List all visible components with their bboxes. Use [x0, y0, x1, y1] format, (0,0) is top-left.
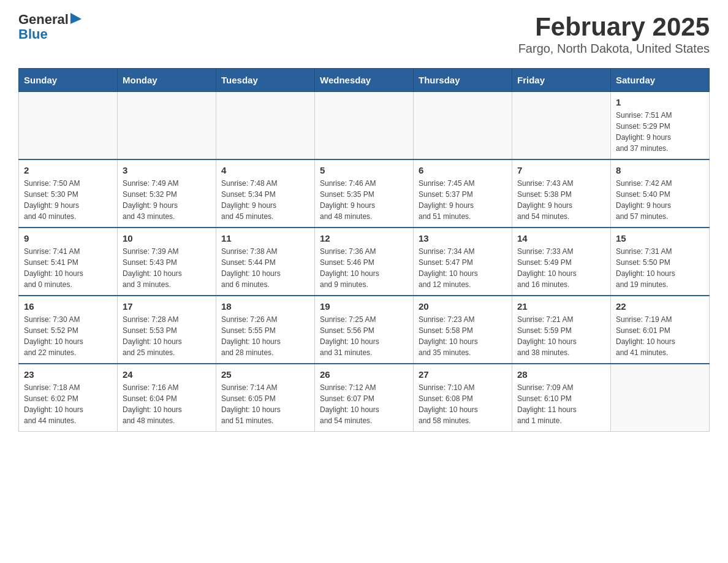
day-info: Sunrise: 7:31 AM Sunset: 5:50 PM Dayligh…: [616, 246, 704, 290]
page-title: February 2025: [518, 12, 710, 42]
calendar-day-cell: 12Sunrise: 7:36 AM Sunset: 5:46 PM Dayli…: [315, 228, 414, 296]
calendar-day-header: Monday: [118, 69, 216, 92]
calendar-day-cell: 8Sunrise: 7:42 AM Sunset: 5:40 PM Daylig…: [611, 159, 710, 228]
day-info: Sunrise: 7:34 AM Sunset: 5:47 PM Dayligh…: [419, 246, 507, 290]
day-info: Sunrise: 7:25 AM Sunset: 5:56 PM Dayligh…: [320, 314, 408, 358]
calendar-day-cell: 10Sunrise: 7:39 AM Sunset: 5:43 PM Dayli…: [118, 228, 216, 296]
day-number: 21: [517, 301, 605, 312]
calendar-week-row: 1Sunrise: 7:51 AM Sunset: 5:29 PM Daylig…: [19, 92, 710, 160]
calendar-week-row: 9Sunrise: 7:41 AM Sunset: 5:41 PM Daylig…: [19, 228, 710, 296]
calendar-day-cell: [315, 92, 414, 160]
day-info: Sunrise: 7:39 AM Sunset: 5:43 PM Dayligh…: [123, 246, 211, 290]
calendar-day-cell: 2Sunrise: 7:50 AM Sunset: 5:30 PM Daylig…: [19, 159, 118, 228]
calendar-day-cell: 23Sunrise: 7:18 AM Sunset: 6:02 PM Dayli…: [19, 364, 118, 432]
day-number: 27: [419, 369, 507, 380]
calendar-day-cell: 28Sunrise: 7:09 AM Sunset: 6:10 PM Dayli…: [512, 364, 611, 432]
day-number: 16: [24, 301, 112, 312]
logo: General Blue: [18, 12, 82, 42]
calendar-day-cell: 7Sunrise: 7:43 AM Sunset: 5:38 PM Daylig…: [512, 159, 611, 228]
calendar-day-header: Thursday: [414, 69, 512, 92]
day-number: 24: [123, 369, 211, 380]
day-number: 6: [419, 165, 507, 175]
calendar-day-cell: [512, 92, 611, 160]
day-info: Sunrise: 7:36 AM Sunset: 5:46 PM Dayligh…: [320, 246, 408, 290]
calendar-day-cell: [216, 92, 315, 160]
day-info: Sunrise: 7:51 AM Sunset: 5:29 PM Dayligh…: [616, 110, 704, 154]
day-info: Sunrise: 7:33 AM Sunset: 5:49 PM Dayligh…: [517, 246, 605, 290]
day-info: Sunrise: 7:41 AM Sunset: 5:41 PM Dayligh…: [24, 246, 112, 290]
calendar-day-cell: 14Sunrise: 7:33 AM Sunset: 5:49 PM Dayli…: [512, 228, 611, 296]
calendar-day-cell: 17Sunrise: 7:28 AM Sunset: 5:53 PM Dayli…: [118, 296, 216, 364]
day-info: Sunrise: 7:50 AM Sunset: 5:30 PM Dayligh…: [24, 178, 112, 222]
day-info: Sunrise: 7:28 AM Sunset: 5:53 PM Dayligh…: [123, 314, 211, 358]
logo-general-text: General: [18, 12, 69, 27]
day-info: Sunrise: 7:26 AM Sunset: 5:55 PM Dayligh…: [221, 314, 309, 358]
title-block: February 2025 Fargo, North Dakota, Unite…: [518, 12, 710, 56]
day-number: 22: [616, 301, 704, 312]
calendar-day-header: Friday: [512, 69, 611, 92]
day-info: Sunrise: 7:09 AM Sunset: 6:10 PM Dayligh…: [517, 382, 605, 426]
day-info: Sunrise: 7:42 AM Sunset: 5:40 PM Dayligh…: [616, 178, 704, 222]
calendar-week-row: 23Sunrise: 7:18 AM Sunset: 6:02 PM Dayli…: [19, 364, 710, 432]
calendar-day-cell: 11Sunrise: 7:38 AM Sunset: 5:44 PM Dayli…: [216, 228, 315, 296]
day-info: Sunrise: 7:18 AM Sunset: 6:02 PM Dayligh…: [24, 382, 112, 426]
day-number: 2: [24, 165, 112, 175]
day-info: Sunrise: 7:19 AM Sunset: 6:01 PM Dayligh…: [616, 314, 704, 358]
calendar-day-header: Wednesday: [315, 69, 414, 92]
logo-blue-text: Blue: [18, 27, 82, 42]
day-number: 4: [221, 165, 309, 175]
calendar-day-cell: 25Sunrise: 7:14 AM Sunset: 6:05 PM Dayli…: [216, 364, 315, 432]
day-number: 25: [221, 369, 309, 380]
calendar-day-cell: 3Sunrise: 7:49 AM Sunset: 5:32 PM Daylig…: [118, 159, 216, 228]
page-header: General Blue February 2025 Fargo, North …: [18, 12, 710, 56]
calendar-day-header: Saturday: [611, 69, 710, 92]
day-info: Sunrise: 7:48 AM Sunset: 5:34 PM Dayligh…: [221, 178, 309, 222]
day-number: 17: [123, 301, 211, 312]
day-info: Sunrise: 7:10 AM Sunset: 6:08 PM Dayligh…: [419, 382, 507, 426]
calendar-week-row: 2Sunrise: 7:50 AM Sunset: 5:30 PM Daylig…: [19, 159, 710, 228]
calendar-header-row: SundayMondayTuesdayWednesdayThursdayFrid…: [19, 69, 710, 92]
calendar-day-cell: 27Sunrise: 7:10 AM Sunset: 6:08 PM Dayli…: [414, 364, 512, 432]
calendar-day-cell: 6Sunrise: 7:45 AM Sunset: 5:37 PM Daylig…: [414, 159, 512, 228]
svg-marker-0: [70, 13, 82, 24]
calendar-day-cell: 22Sunrise: 7:19 AM Sunset: 6:01 PM Dayli…: [611, 296, 710, 364]
calendar-day-cell: 18Sunrise: 7:26 AM Sunset: 5:55 PM Dayli…: [216, 296, 315, 364]
day-info: Sunrise: 7:21 AM Sunset: 5:59 PM Dayligh…: [517, 314, 605, 358]
day-number: 10: [123, 233, 211, 243]
day-number: 3: [123, 165, 211, 175]
calendar-day-cell: 21Sunrise: 7:21 AM Sunset: 5:59 PM Dayli…: [512, 296, 611, 364]
day-number: 15: [616, 233, 704, 243]
calendar-day-cell: 1Sunrise: 7:51 AM Sunset: 5:29 PM Daylig…: [611, 92, 710, 160]
day-number: 23: [24, 369, 112, 380]
calendar-day-cell: 20Sunrise: 7:23 AM Sunset: 5:58 PM Dayli…: [414, 296, 512, 364]
calendar-day-header: Tuesday: [216, 69, 315, 92]
day-info: Sunrise: 7:43 AM Sunset: 5:38 PM Dayligh…: [517, 178, 605, 222]
calendar-day-cell: [118, 92, 216, 160]
calendar-week-row: 16Sunrise: 7:30 AM Sunset: 5:52 PM Dayli…: [19, 296, 710, 364]
day-number: 12: [320, 233, 408, 243]
calendar-table: SundayMondayTuesdayWednesdayThursdayFrid…: [18, 68, 710, 432]
day-info: Sunrise: 7:49 AM Sunset: 5:32 PM Dayligh…: [123, 178, 211, 222]
calendar-day-cell: 19Sunrise: 7:25 AM Sunset: 5:56 PM Dayli…: [315, 296, 414, 364]
calendar-day-header: Sunday: [19, 69, 118, 92]
calendar-day-cell: 24Sunrise: 7:16 AM Sunset: 6:04 PM Dayli…: [118, 364, 216, 432]
calendar-day-cell: 26Sunrise: 7:12 AM Sunset: 6:07 PM Dayli…: [315, 364, 414, 432]
day-number: 26: [320, 369, 408, 380]
day-info: Sunrise: 7:46 AM Sunset: 5:35 PM Dayligh…: [320, 178, 408, 222]
day-info: Sunrise: 7:12 AM Sunset: 6:07 PM Dayligh…: [320, 382, 408, 426]
calendar-day-cell: 16Sunrise: 7:30 AM Sunset: 5:52 PM Dayli…: [19, 296, 118, 364]
day-info: Sunrise: 7:38 AM Sunset: 5:44 PM Dayligh…: [221, 246, 309, 290]
calendar-day-cell: [414, 92, 512, 160]
day-number: 13: [419, 233, 507, 243]
day-info: Sunrise: 7:16 AM Sunset: 6:04 PM Dayligh…: [123, 382, 211, 426]
page-subtitle: Fargo, North Dakota, United States: [518, 42, 710, 56]
day-number: 1: [616, 97, 704, 107]
calendar-day-cell: [19, 92, 118, 160]
day-number: 14: [517, 233, 605, 243]
day-number: 8: [616, 165, 704, 175]
day-info: Sunrise: 7:23 AM Sunset: 5:58 PM Dayligh…: [419, 314, 507, 358]
day-number: 20: [419, 301, 507, 312]
day-number: 19: [320, 301, 408, 312]
day-number: 18: [221, 301, 309, 312]
calendar-day-cell: 9Sunrise: 7:41 AM Sunset: 5:41 PM Daylig…: [19, 228, 118, 296]
